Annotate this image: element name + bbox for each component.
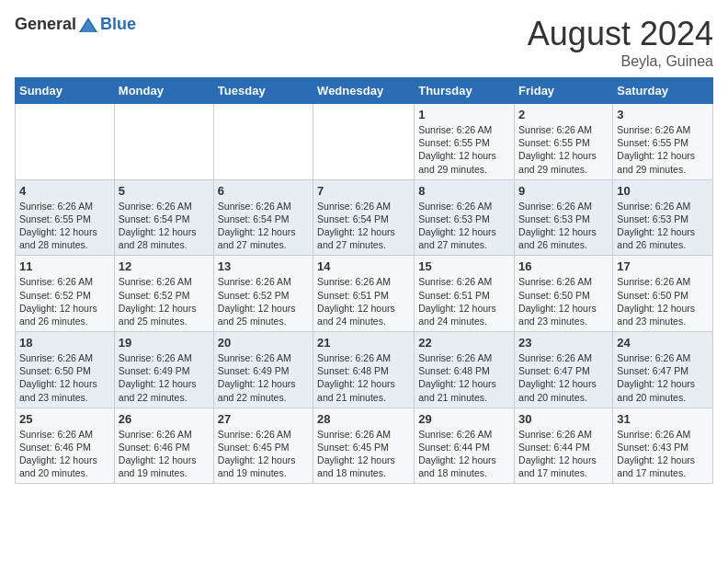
day-cell: 13Sunrise: 6:26 AM Sunset: 6:52 PM Dayli…: [213, 256, 313, 332]
day-number: 27: [218, 412, 309, 426]
page-header: General Blue August 2024 Beyla, Guinea: [15, 15, 713, 70]
day-number: 24: [617, 336, 709, 350]
logo-icon: [78, 17, 98, 33]
day-number: 4: [19, 184, 110, 198]
day-cell: 6Sunrise: 6:26 AM Sunset: 6:54 PM Daylig…: [213, 179, 313, 256]
day-info: Sunrise: 6:26 AM Sunset: 6:52 PM Dayligh…: [119, 275, 210, 327]
day-cell: 9Sunrise: 6:26 AM Sunset: 6:53 PM Daylig…: [515, 179, 613, 256]
day-cell: [313, 104, 415, 180]
day-info: Sunrise: 6:26 AM Sunset: 6:45 PM Dayligh…: [317, 428, 410, 480]
day-info: Sunrise: 6:26 AM Sunset: 6:44 PM Dayligh…: [418, 428, 510, 480]
day-number: 17: [617, 259, 709, 273]
col-header-wednesday: Wednesday: [313, 78, 415, 104]
day-info: Sunrise: 6:26 AM Sunset: 6:46 PM Dayligh…: [19, 428, 110, 480]
day-info: Sunrise: 6:26 AM Sunset: 6:48 PM Dayligh…: [418, 351, 510, 404]
day-info: Sunrise: 6:26 AM Sunset: 6:50 PM Dayligh…: [19, 351, 110, 404]
calendar-table: SundayMondayTuesdayWednesdayThursdayFrid…: [15, 77, 713, 484]
day-number: 19: [119, 336, 210, 350]
day-cell: 30Sunrise: 6:26 AM Sunset: 6:44 PM Dayli…: [515, 408, 613, 484]
day-cell: 20Sunrise: 6:26 AM Sunset: 6:49 PM Dayli…: [213, 332, 313, 408]
month-title: August 2024: [528, 15, 713, 53]
day-cell: 17Sunrise: 6:26 AM Sunset: 6:50 PM Dayli…: [613, 256, 713, 332]
day-cell: 4Sunrise: 6:26 AM Sunset: 6:55 PM Daylig…: [16, 179, 115, 256]
day-number: 6: [218, 184, 309, 198]
day-info: Sunrise: 6:26 AM Sunset: 6:52 PM Dayligh…: [218, 275, 309, 327]
day-cell: 21Sunrise: 6:26 AM Sunset: 6:48 PM Dayli…: [313, 332, 415, 408]
day-cell: 2Sunrise: 6:26 AM Sunset: 6:55 PM Daylig…: [515, 104, 613, 180]
day-number: 7: [317, 184, 410, 198]
day-info: Sunrise: 6:26 AM Sunset: 6:53 PM Dayligh…: [617, 200, 709, 252]
location-title: Beyla, Guinea: [528, 53, 713, 70]
day-cell: 16Sunrise: 6:26 AM Sunset: 6:50 PM Dayli…: [515, 256, 613, 332]
day-number: 21: [317, 336, 410, 350]
day-number: 1: [418, 108, 510, 121]
logo-general: General: [15, 15, 76, 34]
day-cell: 18Sunrise: 6:26 AM Sunset: 6:50 PM Dayli…: [16, 332, 115, 408]
day-cell: 11Sunrise: 6:26 AM Sunset: 6:52 PM Dayli…: [16, 256, 115, 332]
day-cell: 28Sunrise: 6:26 AM Sunset: 6:45 PM Dayli…: [313, 408, 415, 484]
day-info: Sunrise: 6:26 AM Sunset: 6:51 PM Dayligh…: [317, 275, 410, 327]
day-number: 25: [19, 412, 110, 426]
title-block: August 2024 Beyla, Guinea: [528, 15, 713, 70]
col-header-tuesday: Tuesday: [213, 78, 313, 104]
week-row-3: 11Sunrise: 6:26 AM Sunset: 6:52 PM Dayli…: [16, 256, 713, 332]
day-number: 5: [119, 184, 210, 198]
day-cell: 22Sunrise: 6:26 AM Sunset: 6:48 PM Dayli…: [415, 332, 515, 408]
day-cell: 26Sunrise: 6:26 AM Sunset: 6:46 PM Dayli…: [114, 408, 213, 484]
week-row-2: 4Sunrise: 6:26 AM Sunset: 6:55 PM Daylig…: [16, 179, 713, 256]
day-cell: 27Sunrise: 6:26 AM Sunset: 6:45 PM Dayli…: [213, 408, 313, 484]
day-info: Sunrise: 6:26 AM Sunset: 6:55 PM Dayligh…: [418, 123, 510, 176]
day-info: Sunrise: 6:26 AM Sunset: 6:50 PM Dayligh…: [518, 275, 609, 327]
day-number: 16: [518, 259, 609, 273]
col-header-saturday: Saturday: [613, 78, 713, 104]
header-row: SundayMondayTuesdayWednesdayThursdayFrid…: [16, 78, 713, 104]
day-info: Sunrise: 6:26 AM Sunset: 6:49 PM Dayligh…: [119, 351, 210, 404]
day-info: Sunrise: 6:26 AM Sunset: 6:54 PM Dayligh…: [218, 200, 309, 252]
week-row-5: 25Sunrise: 6:26 AM Sunset: 6:46 PM Dayli…: [16, 408, 713, 484]
day-info: Sunrise: 6:26 AM Sunset: 6:52 PM Dayligh…: [19, 275, 110, 327]
day-cell: 14Sunrise: 6:26 AM Sunset: 6:51 PM Dayli…: [313, 256, 415, 332]
day-info: Sunrise: 6:26 AM Sunset: 6:44 PM Dayligh…: [518, 428, 609, 480]
week-row-1: 1Sunrise: 6:26 AM Sunset: 6:55 PM Daylig…: [16, 104, 713, 180]
day-number: 15: [418, 259, 510, 273]
day-number: 12: [119, 259, 210, 273]
day-cell: 5Sunrise: 6:26 AM Sunset: 6:54 PM Daylig…: [114, 179, 213, 256]
day-cell: 25Sunrise: 6:26 AM Sunset: 6:46 PM Dayli…: [16, 408, 115, 484]
day-number: 2: [518, 108, 609, 121]
day-number: 3: [617, 108, 709, 121]
col-header-friday: Friday: [515, 78, 613, 104]
day-number: 14: [317, 259, 410, 273]
day-info: Sunrise: 6:26 AM Sunset: 6:53 PM Dayligh…: [518, 200, 609, 252]
day-info: Sunrise: 6:26 AM Sunset: 6:48 PM Dayligh…: [317, 351, 410, 404]
day-number: 11: [19, 259, 110, 273]
day-number: 10: [617, 184, 709, 198]
day-info: Sunrise: 6:26 AM Sunset: 6:55 PM Dayligh…: [19, 200, 110, 252]
day-info: Sunrise: 6:26 AM Sunset: 6:55 PM Dayligh…: [617, 123, 709, 176]
day-info: Sunrise: 6:26 AM Sunset: 6:47 PM Dayligh…: [518, 351, 609, 404]
day-number: 26: [119, 412, 210, 426]
day-number: 31: [617, 412, 709, 426]
day-info: Sunrise: 6:26 AM Sunset: 6:45 PM Dayligh…: [218, 428, 309, 480]
day-number: 22: [418, 336, 510, 350]
day-cell: 10Sunrise: 6:26 AM Sunset: 6:53 PM Dayli…: [613, 179, 713, 256]
logo-blue: Blue: [100, 15, 136, 34]
day-cell: 31Sunrise: 6:26 AM Sunset: 6:43 PM Dayli…: [613, 408, 713, 484]
logo: General Blue: [15, 15, 136, 34]
day-number: 23: [518, 336, 609, 350]
day-cell: [213, 104, 313, 180]
day-info: Sunrise: 6:26 AM Sunset: 6:55 PM Dayligh…: [518, 123, 609, 176]
day-info: Sunrise: 6:26 AM Sunset: 6:54 PM Dayligh…: [317, 200, 410, 252]
day-cell: 15Sunrise: 6:26 AM Sunset: 6:51 PM Dayli…: [415, 256, 515, 332]
col-header-thursday: Thursday: [415, 78, 515, 104]
day-cell: 12Sunrise: 6:26 AM Sunset: 6:52 PM Dayli…: [114, 256, 213, 332]
day-info: Sunrise: 6:26 AM Sunset: 6:43 PM Dayligh…: [617, 428, 709, 480]
day-info: Sunrise: 6:26 AM Sunset: 6:53 PM Dayligh…: [418, 200, 510, 252]
day-number: 18: [19, 336, 110, 350]
day-info: Sunrise: 6:26 AM Sunset: 6:46 PM Dayligh…: [119, 428, 210, 480]
day-cell: 8Sunrise: 6:26 AM Sunset: 6:53 PM Daylig…: [415, 179, 515, 256]
col-header-sunday: Sunday: [16, 78, 115, 104]
day-number: 20: [218, 336, 309, 350]
day-number: 30: [518, 412, 609, 426]
day-number: 8: [418, 184, 510, 198]
day-number: 28: [317, 412, 410, 426]
